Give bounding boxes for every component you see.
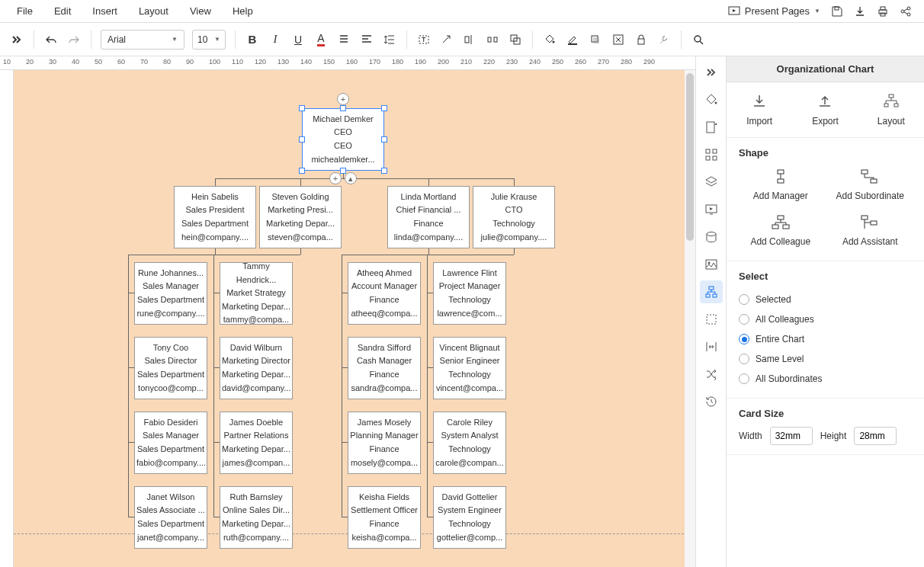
menu-edit[interactable]: Edit bbox=[43, 1, 82, 21]
layout-button[interactable]: Layout bbox=[858, 93, 924, 127]
font-size-select[interactable]: 10▼ bbox=[192, 30, 226, 50]
bold-button[interactable]: B bbox=[242, 29, 263, 50]
align-button[interactable] bbox=[356, 29, 377, 50]
org-card[interactable]: James MoselyPlanning ManagerFinancemosel… bbox=[348, 412, 421, 474]
canvas[interactable]: Michael DemkerCEOCEOmichealdemker...++▴H… bbox=[14, 70, 695, 567]
menu-layout[interactable]: Layout bbox=[128, 1, 179, 21]
rail-image-icon[interactable] bbox=[700, 253, 723, 276]
org-card[interactable]: Atheeq AhmedAccount ManagerFinanceatheeq… bbox=[348, 262, 421, 325]
selection-handle[interactable] bbox=[381, 136, 387, 143]
rail-shuffle-icon[interactable] bbox=[700, 363, 723, 386]
rail-orgchart-icon[interactable] bbox=[700, 280, 723, 303]
effects-button[interactable] bbox=[608, 29, 629, 50]
rail-spacing-icon[interactable] bbox=[700, 335, 723, 358]
underline-button[interactable]: U bbox=[287, 29, 309, 50]
radio-selected[interactable]: Selected bbox=[739, 290, 912, 309]
org-card[interactable]: Janet WilsonSales Associate ...Sales Dep… bbox=[134, 486, 207, 549]
export-button[interactable]: Export bbox=[792, 93, 858, 127]
fill-button[interactable] bbox=[539, 29, 560, 50]
add-assistant-button[interactable]: Add Assistant bbox=[829, 215, 913, 247]
menu-view[interactable]: View bbox=[179, 1, 222, 21]
tools-button[interactable] bbox=[653, 29, 675, 50]
rail-fill-icon[interactable] bbox=[700, 88, 723, 111]
add-subordinate-button[interactable]: Add Subordinate bbox=[829, 169, 913, 201]
org-card[interactable]: Sandra SiffordCash ManagerFinancesandra@… bbox=[348, 337, 421, 399]
selection-handle[interactable] bbox=[381, 168, 387, 174]
print-icon[interactable] bbox=[877, 5, 889, 18]
radio-entire-chart[interactable]: Entire Chart bbox=[739, 329, 912, 349]
selection-handle[interactable] bbox=[299, 168, 305, 174]
save-icon[interactable] bbox=[831, 5, 843, 18]
menu-help[interactable]: Help bbox=[222, 1, 264, 21]
highlight-button[interactable] bbox=[333, 29, 355, 50]
line-color-button[interactable] bbox=[562, 29, 583, 50]
selection-handle[interactable] bbox=[340, 168, 346, 174]
org-card[interactable]: Michael DemkerCEOCEOmichealdemker... bbox=[302, 108, 384, 171]
rail-slideshow-icon[interactable] bbox=[700, 198, 723, 221]
rail-grid-icon[interactable] bbox=[700, 143, 723, 166]
org-card[interactable]: Fabio DesideriSales ManagerSales Departm… bbox=[134, 412, 207, 474]
group-button[interactable] bbox=[505, 29, 526, 50]
text-box-button[interactable]: T bbox=[413, 29, 435, 50]
rail-placeholder-icon[interactable] bbox=[700, 308, 723, 331]
font-color-button[interactable]: A bbox=[310, 29, 332, 50]
scrollbar-vertical[interactable] bbox=[685, 70, 695, 567]
font-family-select[interactable]: Arial▼ bbox=[101, 30, 184, 50]
org-card[interactable]: Keisha FieldsSettlement OfficerFinanceke… bbox=[348, 486, 421, 549]
distribute-button[interactable] bbox=[482, 29, 503, 50]
org-card[interactable]: Hein SabelisSales PresidentSales Departm… bbox=[174, 186, 256, 248]
collapse-button[interactable]: ▴ bbox=[345, 172, 357, 184]
org-card[interactable]: Rune Johannes...Sales ManagerSales Depar… bbox=[134, 262, 207, 325]
org-card[interactable]: James DoeblePartner RelationsMarketing D… bbox=[220, 412, 293, 474]
org-card[interactable]: Linda MortlandChief Financial ...Finance… bbox=[387, 186, 470, 248]
italic-button[interactable]: I bbox=[265, 29, 286, 50]
org-card[interactable]: David WilburnMarketing DirectorMarketing… bbox=[220, 337, 293, 399]
org-card[interactable]: David GottelierSystem EngineerTechnology… bbox=[433, 486, 506, 549]
rail-history-icon[interactable] bbox=[700, 390, 723, 413]
radio-all-colleagues[interactable]: All Colleagues bbox=[739, 309, 912, 329]
align-objects-button[interactable] bbox=[459, 29, 480, 50]
selection-handle[interactable] bbox=[299, 105, 305, 111]
org-card[interactable]: Tony CooSales DirectorSales Departmentto… bbox=[134, 337, 207, 399]
width-input[interactable] bbox=[770, 427, 813, 445]
add-manager-button[interactable]: Add Manager bbox=[739, 169, 823, 201]
rail-collapse-button[interactable] bbox=[700, 61, 723, 84]
radio-same-level[interactable]: Same Level bbox=[739, 349, 912, 369]
search-button[interactable] bbox=[688, 29, 709, 50]
org-card[interactable]: Lawrence FlintProject ManagerTechnologyl… bbox=[433, 262, 506, 325]
share-icon[interactable] bbox=[900, 5, 912, 18]
lock-button[interactable] bbox=[630, 29, 652, 50]
selection-handle[interactable] bbox=[381, 105, 387, 111]
org-card[interactable]: Tammy Hendrick...Market StrategyMarketin… bbox=[220, 262, 293, 325]
svg-rect-37 bbox=[889, 94, 894, 98]
svg-rect-42 bbox=[861, 170, 868, 174]
org-card[interactable]: Julie KrauseCTOTechnologyjulie@company..… bbox=[473, 186, 555, 248]
expand-toolbar-button[interactable] bbox=[6, 29, 27, 50]
radio-all-subordinates[interactable]: All Subordinates bbox=[739, 369, 912, 389]
selection-handle[interactable] bbox=[340, 105, 346, 111]
rail-layers-icon[interactable] bbox=[700, 171, 723, 194]
org-card[interactable]: Vincent BlignautSenior EngineerTechnolog… bbox=[433, 337, 506, 399]
add-below-button[interactable]: + bbox=[329, 172, 342, 184]
org-card[interactable]: Ruth BarnsleyOnline Sales Dir...Marketin… bbox=[220, 486, 293, 549]
add-colleague-button[interactable]: Add Colleague bbox=[739, 215, 823, 247]
org-card[interactable]: Steven GoldingMarketing Presi...Marketin… bbox=[259, 186, 342, 248]
add-above-button[interactable]: + bbox=[337, 93, 349, 105]
undo-button[interactable] bbox=[40, 29, 62, 50]
present-pages-button[interactable]: Present Pages ▼ bbox=[728, 5, 820, 18]
download-icon[interactable] bbox=[854, 5, 866, 18]
org-card[interactable]: Carole RileySystem AnalystTechnologycaro… bbox=[433, 412, 506, 474]
connector-button[interactable] bbox=[436, 29, 457, 50]
menu-file[interactable]: File bbox=[6, 1, 43, 21]
import-button[interactable]: Import bbox=[727, 93, 792, 127]
rail-page-icon[interactable] bbox=[700, 116, 723, 139]
redo-button[interactable] bbox=[63, 29, 85, 50]
rail-data-icon[interactable] bbox=[700, 226, 723, 248]
line-spacing-button[interactable] bbox=[379, 29, 400, 50]
shadow-button[interactable] bbox=[585, 29, 606, 50]
svg-rect-27 bbox=[713, 156, 717, 160]
menu-insert[interactable]: Insert bbox=[82, 1, 128, 21]
selection-handle[interactable] bbox=[299, 136, 305, 143]
height-input[interactable] bbox=[854, 427, 897, 445]
canvas-area: 1020304050607080901001101201301401501601… bbox=[0, 56, 695, 567]
